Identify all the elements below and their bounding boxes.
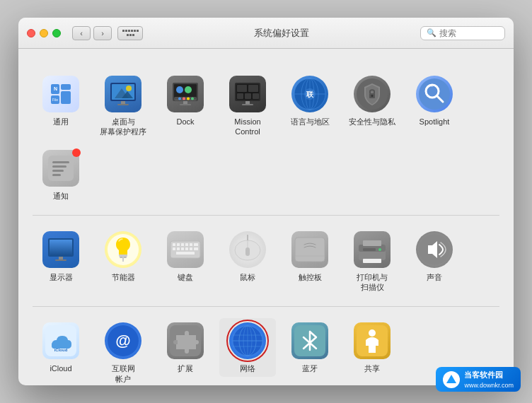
svg-rect-28: [237, 93, 243, 99]
trackpad-icon-box: [290, 230, 330, 269]
icon-grid-internet: iCloud iCloud @: [33, 318, 499, 385]
trackpad-label: 触控板: [299, 272, 322, 282]
svg-rect-3: [61, 91, 71, 104]
svg-rect-12: [117, 104, 129, 105]
svg-rect-66: [185, 243, 188, 246]
internet-label: 互联网帐户: [112, 363, 135, 384]
svg-rect-86: [363, 259, 381, 263]
maximize-button[interactable]: [52, 29, 61, 37]
grid-view-button[interactable]: [117, 26, 143, 40]
svg-rect-80: [295, 238, 325, 262]
back-button[interactable]: ‹: [72, 26, 91, 40]
svg-rect-79: [245, 247, 250, 256]
traffic-lights: [27, 29, 61, 37]
svg-text:N: N: [54, 86, 57, 91]
security-icon-box: [352, 74, 392, 114]
svg-point-21: [191, 98, 194, 100]
sidebar-item-keyboard[interactable]: 键盘: [157, 227, 214, 285]
energy-icon-box: [103, 230, 143, 269]
sidebar-item-notifications[interactable]: 通知: [33, 146, 89, 204]
sidebar-item-internet[interactable]: @ 互联网帐户: [95, 318, 151, 385]
svg-text:File: File: [52, 98, 58, 102]
extensions-label: 扩展: [178, 363, 193, 373]
sidebar-item-sharing[interactable]: 共享: [344, 318, 400, 376]
svg-rect-29: [245, 93, 251, 99]
close-button[interactable]: [27, 29, 35, 37]
sidebar-item-sound[interactable]: 声音: [406, 227, 463, 285]
svg-rect-67: [190, 243, 192, 246]
svg-rect-47: [48, 156, 74, 181]
dock-icon: [167, 76, 204, 112]
bluetooth-icon: [291, 322, 328, 359]
trackpad-icon: [291, 231, 328, 268]
internet-icon-box: @: [103, 321, 143, 361]
svg-point-106: [369, 329, 376, 337]
network-icon-box: [228, 321, 267, 361]
sidebar-item-general[interactable]: N File 通用: [33, 71, 89, 129]
grid-dot: [122, 30, 125, 32]
mouse-label: 鼠标: [240, 272, 255, 282]
minimize-button[interactable]: [40, 29, 48, 37]
sound-icon-box: [415, 230, 454, 269]
spotlight-icon: [416, 76, 453, 112]
general-icon-box: N File: [41, 74, 81, 114]
sidebar-item-mouse[interactable]: 鼠标: [219, 227, 276, 285]
watermark-logo: [443, 371, 460, 388]
dock-icon-box: [166, 74, 205, 114]
svg-rect-65: [181, 243, 184, 246]
icon-grid-personal: N File 通用: [33, 71, 499, 204]
search-input[interactable]: [439, 28, 496, 38]
sidebar-item-desktop[interactable]: 桌面与屏幕保护程序: [95, 71, 151, 140]
svg-rect-72: [185, 247, 188, 250]
printers-label: 打印机与扫描仪: [357, 272, 388, 293]
icloud-icon: iCloud: [42, 322, 79, 359]
icloud-label: iCloud: [50, 363, 71, 373]
sidebar-item-icloud[interactable]: iCloud iCloud: [33, 318, 89, 376]
svg-rect-27: [248, 85, 258, 92]
svg-point-18: [178, 98, 181, 100]
security-icon: [354, 76, 391, 112]
svg-rect-32: [242, 104, 253, 105]
svg-point-16: [185, 86, 192, 93]
sidebar-item-language[interactable]: 联 语言与地区: [282, 71, 338, 129]
sidebar-item-displays[interactable]: 显示器: [33, 227, 89, 285]
sound-label: 声音: [427, 272, 442, 282]
sidebar-item-network[interactable]: 网络: [219, 318, 276, 376]
grid-dot: [127, 34, 129, 36]
grid-dot: [132, 34, 134, 36]
grid-dot: [125, 30, 127, 32]
general-label: 通用: [53, 117, 69, 127]
svg-rect-50: [52, 170, 64, 172]
sidebar-item-security[interactable]: 安全性与隐私: [344, 71, 400, 129]
svg-rect-69: [173, 247, 175, 250]
svg-rect-64: [177, 243, 180, 246]
sharing-label: 共享: [364, 363, 380, 373]
energy-icon: [105, 231, 141, 268]
svg-rect-75: [176, 252, 195, 255]
svg-rect-74: [194, 247, 198, 250]
sidebar-item-extensions[interactable]: 扩展: [157, 318, 214, 376]
svg-text:联: 联: [306, 90, 314, 98]
mouse-icon: [229, 231, 266, 268]
network-label: 网络: [240, 363, 255, 373]
svg-rect-49: [52, 165, 66, 168]
svg-rect-48: [52, 161, 69, 163]
system-preferences-window: ‹ › 系统偏好设置 🔍: [18, 18, 514, 385]
extensions-icon-box: [166, 321, 205, 361]
search-box[interactable]: 🔍: [420, 26, 505, 40]
mouse-icon-box: [228, 230, 267, 269]
content-area: N File 通用: [18, 49, 514, 385]
spotlight-icon-box: [415, 74, 454, 114]
sidebar-item-mission[interactable]: MissionControl: [219, 71, 276, 140]
sidebar-item-printers[interactable]: 打印机与扫描仪: [344, 227, 400, 296]
sidebar-item-energy[interactable]: 节能器: [95, 227, 151, 285]
svg-point-20: [187, 98, 190, 100]
sidebar-item-trackpad[interactable]: 触控板: [282, 227, 338, 285]
sidebar-item-bluetooth[interactable]: 蓝牙: [282, 318, 338, 376]
sidebar-item-spotlight[interactable]: Spotlight: [406, 71, 463, 129]
grid-dot: [134, 30, 136, 32]
sidebar-item-dock[interactable]: Dock: [157, 71, 214, 129]
forward-button[interactable]: ›: [93, 26, 112, 40]
keyboard-label: 键盘: [178, 272, 193, 282]
svg-rect-31: [245, 101, 250, 104]
